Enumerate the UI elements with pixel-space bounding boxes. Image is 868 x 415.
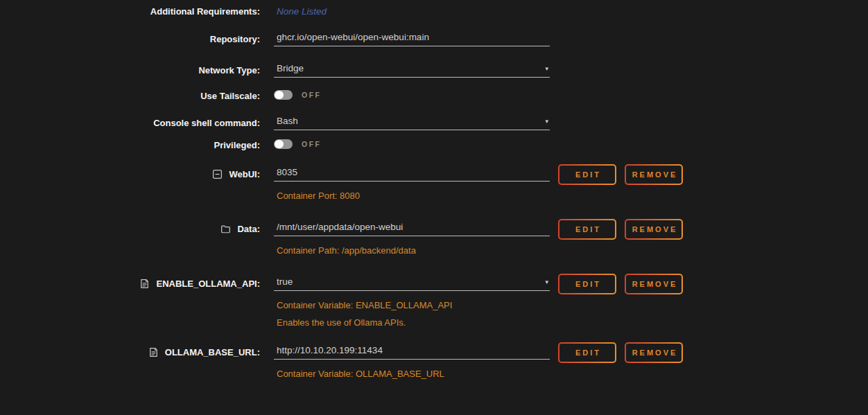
field-label-text: OLLAMA_BASE_URL: — [165, 347, 260, 357]
file-icon — [139, 279, 150, 289]
repository-input[interactable]: ghcr.io/open-webui/open-webui:main — [274, 32, 550, 46]
remove-button[interactable]: REMOVE — [625, 219, 683, 240]
network-type-select[interactable]: Bridge ▾ — [274, 63, 550, 78]
console-shell-command-select[interactable]: Bash ▾ — [274, 116, 550, 130]
edit-button[interactable]: EDIT — [558, 164, 616, 185]
folder-icon — [220, 224, 231, 234]
field-label-text: Repository: — [210, 34, 260, 44]
remove-button[interactable]: REMOVE — [625, 342, 683, 363]
container-settings-form: Additional Requirements: None Listed Rep… — [0, 0, 868, 380]
toggle-state-label: OFF — [302, 91, 322, 99]
network-type-selected-value: Bridge — [277, 63, 304, 73]
chevron-down-icon: ▾ — [545, 66, 548, 72]
data-path-input[interactable]: /mnt/user/appdata/open-webui — [274, 222, 550, 236]
field-label: Data: — [0, 222, 260, 234]
field-label: Repository: — [0, 32, 260, 44]
field-row-webui-port: WebUI: 8035 Container Port: 8080 EDIT RE… — [0, 167, 868, 202]
container-variable-helper: Container Variable: OLLAMA_BASE_URL — [274, 369, 550, 380]
use-tailscale-toggle[interactable] — [274, 90, 293, 100]
field-label: Network Type: — [0, 63, 260, 76]
console-shell-selected-value: Bash — [277, 116, 298, 126]
chevron-down-icon: ▾ — [545, 279, 548, 285]
field-label: ENABLE_OLLAMA_API: — [0, 276, 260, 289]
field-label: Use Tailscale: — [0, 89, 260, 101]
field-row-ollama-base-url: OLLAMA_BASE_URL: http://10.10.20.199:114… — [0, 345, 868, 380]
field-row-network-type: Network Type: Bridge ▾ — [0, 63, 868, 78]
field-row-console-shell-command: Console shell command: Bash ▾ — [0, 116, 868, 130]
container-port-helper: Container Port: 8080 — [274, 191, 550, 202]
ollama-base-url-input[interactable]: http://10.10.20.199:11434 — [274, 345, 550, 360]
file-icon — [148, 347, 159, 357]
edit-button[interactable]: EDIT — [558, 219, 616, 240]
minus-square-icon — [212, 169, 223, 179]
field-label-text: ENABLE_OLLAMA_API: — [156, 279, 260, 289]
field-label: WebUI: — [0, 167, 260, 179]
additional-requirements-link[interactable]: None Listed — [274, 4, 550, 17]
field-row-enable-ollama-api: ENABLE_OLLAMA_API: true ▾ Container Vari… — [0, 276, 868, 328]
field-row-use-tailscale: Use Tailscale: OFF — [0, 89, 868, 101]
field-label-text: Additional Requirements: — [150, 6, 260, 17]
field-label-text: Data: — [237, 224, 260, 234]
field-label-text: Privileged: — [214, 140, 260, 150]
field-row-repository: Repository: ghcr.io/open-webui/open-webu… — [0, 32, 868, 46]
enable-ollama-api-selected-value: true — [277, 276, 293, 287]
enable-ollama-api-select[interactable]: true ▾ — [274, 276, 550, 291]
variable-description-helper: Enables the use of Ollama APIs. — [274, 317, 550, 328]
field-row-data-path: Data: /mnt/user/appdata/open-webui Conta… — [0, 222, 868, 256]
field-row-privileged: Privileged: OFF — [0, 138, 868, 150]
field-label: OLLAMA_BASE_URL: — [0, 345, 260, 357]
remove-button[interactable]: REMOVE — [625, 274, 683, 294]
field-label-text: Use Tailscale: — [200, 91, 260, 101]
edit-button[interactable]: EDIT — [558, 274, 616, 294]
field-label-text: WebUI: — [229, 169, 260, 179]
field-label-text: Console shell command: — [153, 118, 260, 128]
remove-button[interactable]: REMOVE — [625, 164, 683, 185]
container-path-helper: Container Path: /app/backend/data — [274, 245, 550, 256]
edit-button[interactable]: EDIT — [558, 342, 616, 363]
field-label: Additional Requirements: — [0, 4, 260, 17]
toggle-state-label: OFF — [302, 140, 322, 148]
field-label: Privileged: — [0, 138, 260, 150]
webui-port-input[interactable]: 8035 — [274, 167, 550, 182]
container-variable-helper: Container Variable: ENABLE_OLLAMA_API — [274, 300, 550, 311]
field-label: Console shell command: — [0, 116, 260, 128]
field-label-text: Network Type: — [198, 65, 260, 76]
toggle-knob — [275, 140, 284, 148]
chevron-down-icon: ▾ — [545, 118, 548, 125]
toggle-knob — [275, 91, 284, 99]
privileged-toggle[interactable] — [274, 139, 293, 149]
field-row-additional-requirements: Additional Requirements: None Listed — [0, 4, 868, 17]
